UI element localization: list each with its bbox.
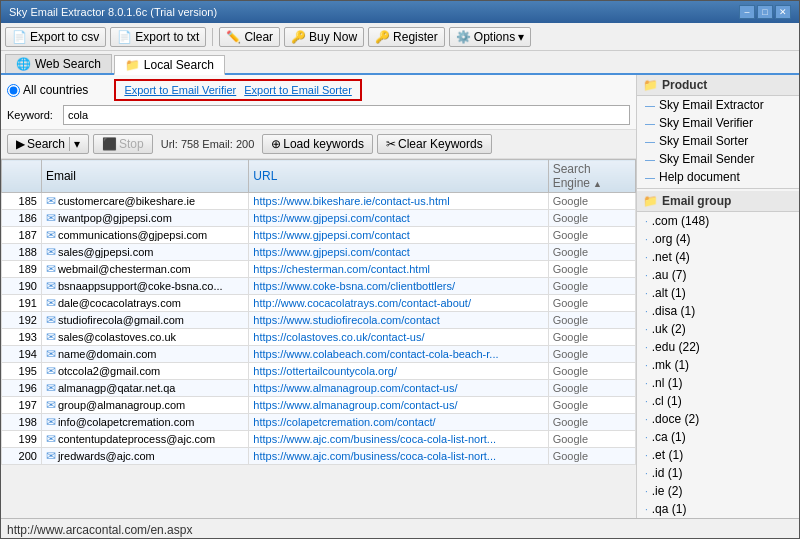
email-group-item[interactable]: ·.id (1) — [637, 464, 799, 482]
row-url: https://www.ajc.com/business/coca-cola-l… — [249, 448, 548, 465]
email-group-item[interactable]: ·.org (4) — [637, 230, 799, 248]
product-item[interactable]: —Sky Email Sorter — [637, 132, 799, 150]
group-bullet-icon: · — [645, 486, 648, 497]
row-engine: Google — [548, 244, 635, 261]
keyword-input[interactable] — [63, 105, 630, 125]
table-row[interactable]: 196 ✉almanagp@qatar.net.qa https://www.a… — [2, 380, 636, 397]
load-icon: ⊕ — [271, 137, 281, 151]
table-header-row: Email URL Search Engine ▲ — [2, 160, 636, 193]
product-item[interactable]: —Sky Email Sender — [637, 150, 799, 168]
minimize-button[interactable]: – — [739, 5, 755, 19]
countries-row: All countries Export to Email Verifier E… — [7, 79, 630, 101]
table-row[interactable]: 185 ✉customercare@bikeshare.ie https://w… — [2, 193, 636, 210]
table-row[interactable]: 193 ✉sales@colastoves.co.uk https://cola… — [2, 329, 636, 346]
export-verifier-link[interactable]: Export to Email Verifier — [124, 84, 236, 96]
bullet-icon: — — [645, 118, 655, 129]
search-button[interactable]: ▶ Search ▾ — [7, 134, 89, 154]
table-row[interactable]: 194 ✉name@domain.com https://www.colabea… — [2, 346, 636, 363]
row-email: ✉communications@gjpepsi.com — [41, 227, 248, 244]
table-container[interactable]: Email URL Search Engine ▲ 185 ✉customerc — [1, 159, 636, 518]
product-item[interactable]: —Help document — [637, 168, 799, 186]
export-txt-button[interactable]: 📄 Export to txt — [110, 27, 206, 47]
row-url: https://www.colabeach.com/contact-cola-b… — [249, 346, 548, 363]
all-countries-option[interactable]: All countries — [7, 83, 88, 97]
group-bullet-icon: · — [645, 414, 648, 425]
email-group-item[interactable]: ·.disa (1) — [637, 302, 799, 320]
email-group-list: ·.com (148)·.org (4)·.net (4)·.au (7)·.a… — [637, 212, 799, 518]
panel-divider — [637, 188, 799, 189]
tab-web-search[interactable]: 🌐 Web Search — [5, 54, 112, 73]
options-button[interactable]: ⚙️ Options ▾ — [449, 27, 531, 47]
email-group-item[interactable]: ·.ie (2) — [637, 482, 799, 500]
col-header-url[interactable]: URL — [249, 160, 548, 193]
bullet-icon: — — [645, 154, 655, 165]
row-email: ✉name@domain.com — [41, 346, 248, 363]
table-row[interactable]: 200 ✉jredwards@ajc.com https://www.ajc.c… — [2, 448, 636, 465]
row-url: https://www.gjpepsi.com/contact — [249, 227, 548, 244]
maximize-button[interactable]: □ — [757, 5, 773, 19]
row-num: 192 — [2, 312, 42, 329]
app-title: Sky Email Extractor 8.0.1.6c (Trial vers… — [9, 6, 217, 18]
email-icon: ✉ — [46, 313, 56, 327]
table-row[interactable]: 189 ✉webmail@chesterman.com https://ches… — [2, 261, 636, 278]
export-csv-button[interactable]: 📄 Export to csv — [5, 27, 106, 47]
row-num: 199 — [2, 431, 42, 448]
product-list: —Sky Email Extractor—Sky Email Verifier—… — [637, 96, 799, 186]
product-item[interactable]: —Sky Email Extractor — [637, 96, 799, 114]
email-group-item[interactable]: ·.com (148) — [637, 212, 799, 230]
group-bullet-icon: · — [645, 378, 648, 389]
table-body: 185 ✉customercare@bikeshare.ie https://w… — [2, 193, 636, 465]
row-url: https://www.coke-bsna.com/clientbottlers… — [249, 278, 548, 295]
email-icon: ✉ — [46, 449, 56, 463]
email-group-item[interactable]: ·.net (4) — [637, 248, 799, 266]
table-row[interactable]: 198 ✉info@colapetcremation.com https://c… — [2, 414, 636, 431]
table-row[interactable]: 192 ✉studiofirecola@gmail.com https://ww… — [2, 312, 636, 329]
email-icon: ✉ — [46, 364, 56, 378]
col-header-engine[interactable]: Search Engine ▲ — [548, 160, 635, 193]
buy-now-button[interactable]: 🔑 Buy Now — [284, 27, 364, 47]
email-group-item[interactable]: ·.edu (22) — [637, 338, 799, 356]
email-group-item[interactable]: ·.uk (2) — [637, 320, 799, 338]
row-num: 198 — [2, 414, 42, 431]
email-group-item[interactable]: ·.au (7) — [637, 266, 799, 284]
email-group-item[interactable]: ·.doce (2) — [637, 410, 799, 428]
row-engine: Google — [548, 278, 635, 295]
table-row[interactable]: 191 ✉dale@cocacolatrays.com http://www.c… — [2, 295, 636, 312]
email-group-item[interactable]: ·.ca (1) — [637, 428, 799, 446]
clear-keywords-button[interactable]: ✂ Clear Keywords — [377, 134, 492, 154]
email-group-item[interactable]: ·.cl (1) — [637, 392, 799, 410]
table-row[interactable]: 195 ✉otccola2@gmail.com https://ottertai… — [2, 363, 636, 380]
clear-kw-icon: ✂ — [386, 137, 396, 151]
col-header-email[interactable]: Email — [41, 160, 248, 193]
email-group-item[interactable]: ·.mk (1) — [637, 356, 799, 374]
product-item[interactable]: —Sky Email Verifier — [637, 114, 799, 132]
email-icon: ✉ — [46, 330, 56, 344]
email-group-item[interactable]: ·.alt (1) — [637, 284, 799, 302]
table-row[interactable]: 187 ✉communications@gjpepsi.com https://… — [2, 227, 636, 244]
close-button[interactable]: ✕ — [775, 5, 791, 19]
email-icon: ✉ — [46, 432, 56, 446]
load-keywords-button[interactable]: ⊕ Load keywords — [262, 134, 373, 154]
email-group-item[interactable]: ·.et (1) — [637, 446, 799, 464]
group-bullet-icon: · — [645, 396, 648, 407]
email-group-item[interactable]: ·.qa (1) — [637, 500, 799, 518]
search-dropdown-icon[interactable]: ▾ — [69, 137, 80, 151]
row-num: 188 — [2, 244, 42, 261]
row-num: 189 — [2, 261, 42, 278]
export-sorter-link[interactable]: Export to Email Sorter — [244, 84, 352, 96]
row-email: ✉webmail@chesterman.com — [41, 261, 248, 278]
tab-local-search[interactable]: 📁 Local Search — [114, 55, 225, 75]
email-group-item[interactable]: ·.nl (1) — [637, 374, 799, 392]
all-countries-radio[interactable] — [7, 84, 20, 97]
row-url: http://www.cocacolatrays.com/contact-abo… — [249, 295, 548, 312]
stop-button[interactable]: ⬛ Stop — [93, 134, 153, 154]
table-row[interactable]: 186 ✉iwantpop@gjpepsi.com https://www.gj… — [2, 210, 636, 227]
register-button[interactable]: 🔑 Register — [368, 27, 445, 47]
table-row[interactable]: 197 ✉group@almanagroup.com https://www.a… — [2, 397, 636, 414]
table-row[interactable]: 188 ✉sales@gjpepsi.com https://www.gjpep… — [2, 244, 636, 261]
email-icon: ✉ — [46, 279, 56, 293]
separator-1 — [212, 28, 213, 46]
table-row[interactable]: 199 ✉contentupdateprocess@ajc.com https:… — [2, 431, 636, 448]
table-row[interactable]: 190 ✉bsnaappsupport@coke-bsna.co... http… — [2, 278, 636, 295]
clear-button[interactable]: ✏️ Clear — [219, 27, 280, 47]
